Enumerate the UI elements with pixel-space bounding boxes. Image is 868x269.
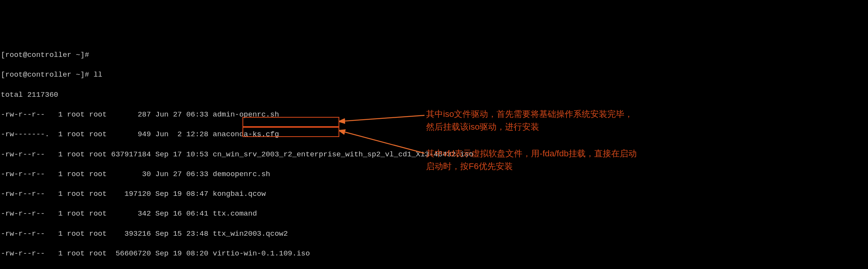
list-row: -rw-r--r-- 1 root root 393216 Sep 15 23:… [1, 229, 867, 239]
list-row: -rw-r--r-- 1 root root 342 Sep 16 06:41 … [1, 209, 867, 219]
annotation-iso: 其中iso文件驱动，首先需要将基础操作系统安装完毕，然后挂载该iso驱动，进行安… [426, 108, 639, 133]
list-row: -rw-r--r-- 1 root root 197120 Sep 19 08:… [1, 189, 867, 199]
annotation-vfd: 其中vfd表示虚拟软盘文件，用-fda/fdb挂载，直接在启动启动时，按F6优先… [426, 147, 639, 173]
list-row: -rw-r--r-- 1 root root 56606720 Sep 19 0… [1, 249, 867, 259]
prompt-line: [root@controller ~]# ll [1, 70, 867, 80]
prompt-line: [root@controller ~]# [1, 50, 867, 60]
total-line: total 2117360 [1, 90, 867, 100]
